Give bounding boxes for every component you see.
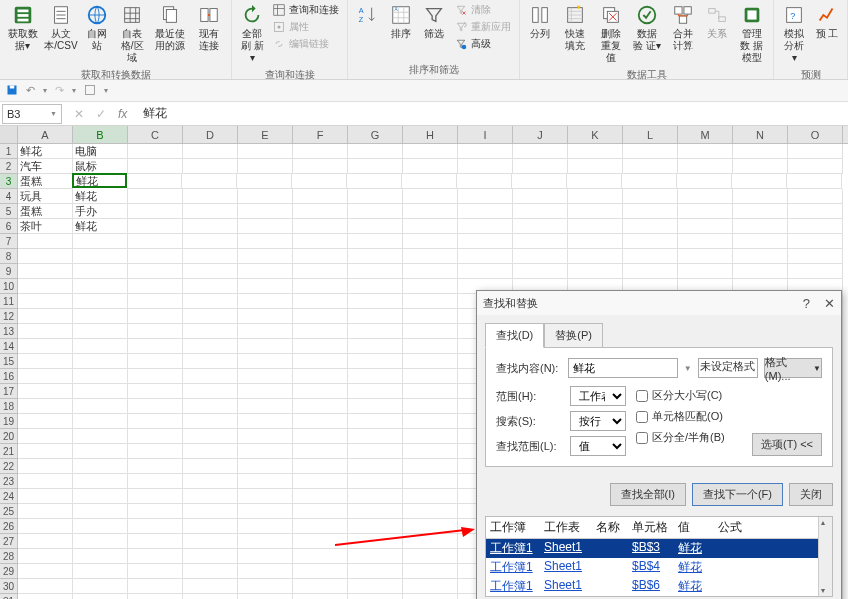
- cell-C2[interactable]: [128, 159, 183, 174]
- cell-J7[interactable]: [513, 234, 568, 249]
- cell-H6[interactable]: [403, 219, 458, 234]
- row-header-7[interactable]: 7: [0, 234, 18, 249]
- cell-G5[interactable]: [348, 204, 403, 219]
- cell-D1[interactable]: [183, 144, 238, 159]
- format-button[interactable]: 格式(M)...▼: [764, 358, 822, 378]
- cell-G15[interactable]: [348, 354, 403, 369]
- cell-G1[interactable]: [348, 144, 403, 159]
- name-box[interactable]: B3▼: [2, 104, 62, 124]
- row-header-13[interactable]: 13: [0, 324, 18, 339]
- cell-A8[interactable]: [18, 249, 73, 264]
- cell-I9[interactable]: [458, 264, 513, 279]
- cell-A15[interactable]: [18, 354, 73, 369]
- row-header-21[interactable]: 21: [0, 444, 18, 459]
- cell-H23[interactable]: [403, 474, 458, 489]
- cell-J4[interactable]: [513, 189, 568, 204]
- cell-F31[interactable]: [293, 594, 348, 599]
- cell-G21[interactable]: [348, 444, 403, 459]
- cell-B5[interactable]: 手办: [73, 204, 128, 219]
- cell-I2[interactable]: [458, 159, 513, 174]
- col-header-J[interactable]: J: [513, 126, 568, 143]
- row-header-31[interactable]: 31: [0, 594, 18, 599]
- cell-F7[interactable]: [293, 234, 348, 249]
- cell-N2[interactable]: [733, 159, 788, 174]
- cell-G12[interactable]: [348, 309, 403, 324]
- find-next-button[interactable]: 查找下一个(F): [692, 483, 783, 506]
- cancel-icon[interactable]: ✕: [74, 107, 84, 121]
- cell-C27[interactable]: [128, 534, 183, 549]
- cell-A7[interactable]: [18, 234, 73, 249]
- cell-F10[interactable]: [293, 279, 348, 294]
- flash-fill-button[interactable]: 快速填充: [557, 2, 592, 54]
- cell-K8[interactable]: [568, 249, 623, 264]
- cell-G24[interactable]: [348, 489, 403, 504]
- cell-E18[interactable]: [238, 399, 293, 414]
- row-header-25[interactable]: 25: [0, 504, 18, 519]
- manage-data-model-button[interactable]: 管理数 据模型: [734, 2, 769, 66]
- cell-I4[interactable]: [458, 189, 513, 204]
- cell-C1[interactable]: [128, 144, 183, 159]
- row-header-18[interactable]: 18: [0, 399, 18, 414]
- cell-O1[interactable]: [788, 144, 843, 159]
- match-entire-checkbox[interactable]: 单元格匹配(O): [636, 409, 725, 424]
- cell-C10[interactable]: [128, 279, 183, 294]
- cell-B13[interactable]: [73, 324, 128, 339]
- cell-B6[interactable]: 鲜花: [73, 219, 128, 234]
- cell-A13[interactable]: [18, 324, 73, 339]
- cell-H14[interactable]: [403, 339, 458, 354]
- cell-O6[interactable]: [788, 219, 843, 234]
- cell-D2[interactable]: [183, 159, 238, 174]
- col-header-B[interactable]: B: [73, 126, 128, 143]
- cell-B1[interactable]: 电脑: [73, 144, 128, 159]
- from-web-button[interactable]: 自网 站: [81, 2, 113, 54]
- cell-I6[interactable]: [458, 219, 513, 234]
- consolidate-button[interactable]: 合并计算: [665, 2, 700, 54]
- cell-D8[interactable]: [183, 249, 238, 264]
- cell-O8[interactable]: [788, 249, 843, 264]
- cell-B8[interactable]: [73, 249, 128, 264]
- search-select[interactable]: 按行: [570, 411, 626, 431]
- cell-B26[interactable]: [73, 519, 128, 534]
- cell-G27[interactable]: [348, 534, 403, 549]
- cell-C14[interactable]: [128, 339, 183, 354]
- cell-H9[interactable]: [403, 264, 458, 279]
- tab-replace[interactable]: 替换(P): [544, 323, 603, 348]
- cell-F26[interactable]: [293, 519, 348, 534]
- options-toggle-button[interactable]: 选项(T) <<: [752, 433, 822, 456]
- cell-B29[interactable]: [73, 564, 128, 579]
- cell-B17[interactable]: [73, 384, 128, 399]
- cell-F11[interactable]: [293, 294, 348, 309]
- cell-C24[interactable]: [128, 489, 183, 504]
- col-header-L[interactable]: L: [623, 126, 678, 143]
- cell-L8[interactable]: [623, 249, 678, 264]
- cell-K6[interactable]: [568, 219, 623, 234]
- cell-O4[interactable]: [788, 189, 843, 204]
- cell-I7[interactable]: [458, 234, 513, 249]
- row-header-2[interactable]: 2: [0, 159, 18, 174]
- refresh-all-button[interactable]: 全部刷 新▾: [236, 2, 268, 66]
- cell-D20[interactable]: [183, 429, 238, 444]
- cell-F23[interactable]: [293, 474, 348, 489]
- cell-G28[interactable]: [348, 549, 403, 564]
- cell-L4[interactable]: [623, 189, 678, 204]
- cell-I8[interactable]: [458, 249, 513, 264]
- cell-A24[interactable]: [18, 489, 73, 504]
- cell-B12[interactable]: [73, 309, 128, 324]
- cell-E21[interactable]: [238, 444, 293, 459]
- cell-G9[interactable]: [348, 264, 403, 279]
- cell-F21[interactable]: [293, 444, 348, 459]
- remove-duplicates-button[interactable]: 删除 重复值: [593, 2, 628, 66]
- row-header-29[interactable]: 29: [0, 564, 18, 579]
- cell-F5[interactable]: [293, 204, 348, 219]
- cell-E8[interactable]: [238, 249, 293, 264]
- cell-E20[interactable]: [238, 429, 293, 444]
- enter-icon[interactable]: ✓: [96, 107, 106, 121]
- cell-J5[interactable]: [513, 204, 568, 219]
- cell-D10[interactable]: [183, 279, 238, 294]
- cell-B7[interactable]: [73, 234, 128, 249]
- cell-C23[interactable]: [128, 474, 183, 489]
- cell-B22[interactable]: [73, 459, 128, 474]
- cell-H12[interactable]: [403, 309, 458, 324]
- cell-E28[interactable]: [238, 549, 293, 564]
- cell-N7[interactable]: [733, 234, 788, 249]
